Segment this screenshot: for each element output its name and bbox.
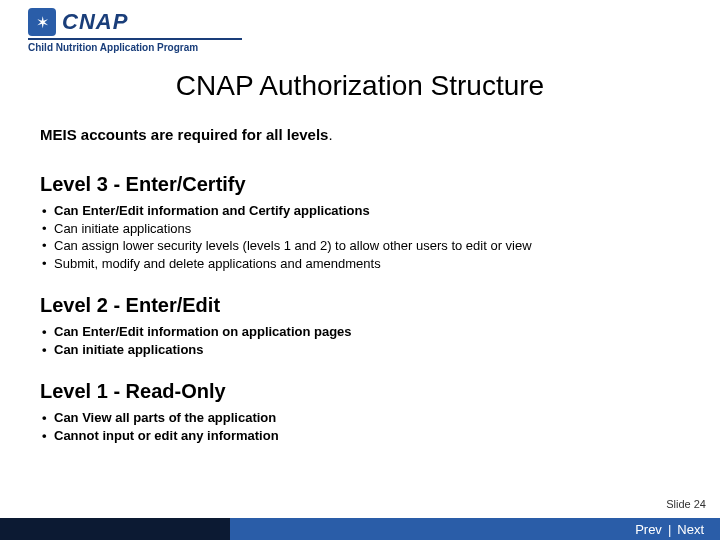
nav-separator: | [664, 522, 675, 537]
list-item: Can Enter/Edit information on applicatio… [40, 323, 680, 341]
section-heading-level3: Level 3 - Enter/Certify [40, 173, 680, 196]
prev-button[interactable]: Prev [633, 522, 664, 537]
list-item: Can assign lower security levels (levels… [40, 237, 680, 255]
intro-main: MEIS accounts are required for all level… [40, 126, 328, 143]
slide-number: Slide 24 [666, 498, 706, 510]
logo: ✶ CNAP [28, 8, 128, 36]
bullet-list-level1: Can View all parts of the application Ca… [40, 409, 680, 444]
content: MEIS accounts are required for all level… [40, 126, 680, 466]
list-item: Can View all parts of the application [40, 409, 680, 427]
footer-dark-segment [0, 518, 230, 540]
logo-rule [28, 38, 242, 40]
logo-subtitle-wrap: Child Nutrition Application Program [28, 38, 242, 53]
list-item: Cannot input or edit any information [40, 427, 680, 445]
slide: ✶ CNAP Child Nutrition Application Progr… [0, 0, 720, 540]
next-button[interactable]: Next [675, 522, 706, 537]
list-item: Can Enter/Edit information and Certify a… [40, 202, 680, 220]
intro-period: . [328, 126, 332, 143]
list-item: Can initiate applications [40, 341, 680, 359]
logo-subtitle: Child Nutrition Application Program [28, 42, 242, 53]
section-heading-level1: Level 1 - Read-Only [40, 380, 680, 403]
bullet-list-level3: Can Enter/Edit information and Certify a… [40, 202, 680, 272]
list-item: Submit, modify and delete applications a… [40, 255, 680, 273]
footer-nav: Prev | Next [230, 518, 720, 540]
bullet-list-level2: Can Enter/Edit information on applicatio… [40, 323, 680, 358]
list-item: Can initiate applications [40, 220, 680, 238]
slide-title: CNAP Authorization Structure [0, 70, 720, 102]
section-heading-level2: Level 2 - Enter/Edit [40, 294, 680, 317]
intro-text: MEIS accounts are required for all level… [40, 126, 680, 143]
footer-bar: Prev | Next [0, 518, 720, 540]
star-icon: ✶ [28, 8, 56, 36]
logo-acronym: CNAP [62, 9, 128, 35]
